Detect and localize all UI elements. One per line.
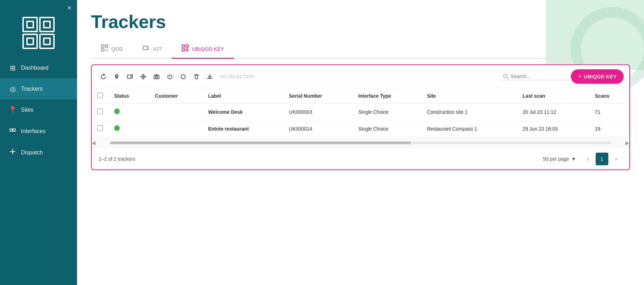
prev-page-button[interactable]: ‹ xyxy=(582,153,594,165)
tab-ubiqod-key-label: UBIQOD KEY xyxy=(192,46,224,52)
cell-interface-0: Single Choice xyxy=(353,104,421,120)
table-container: NO SELECTION + UBIQOD KEY Status xyxy=(91,64,630,170)
sidebar-item-trackers-label: Trackers xyxy=(21,86,43,92)
logo-cell-inner-4 xyxy=(43,37,51,45)
assign-button[interactable] xyxy=(124,71,136,82)
camera-button[interactable] xyxy=(151,71,162,82)
sidebar: × ⊞ Dashboard ◎ Trackers 📍 Sites Interfa… xyxy=(0,0,77,285)
next-page-button[interactable]: › xyxy=(610,153,622,165)
add-button-label: UBIQOD KEY xyxy=(584,74,617,79)
logo-cell-2 xyxy=(39,17,55,32)
col-header-last-scan: Last scan xyxy=(517,88,589,104)
sidebar-item-interfaces[interactable]: Interfaces xyxy=(0,120,77,142)
col-header-site: Site xyxy=(421,88,517,104)
col-header-serial: Serial Number xyxy=(283,88,353,104)
delete-button[interactable] xyxy=(191,71,202,82)
per-page-label: 50 per page xyxy=(543,156,569,162)
cell-site-0: Construction site 1 xyxy=(421,104,517,120)
svg-rect-20 xyxy=(182,49,185,51)
svg-rect-1 xyxy=(13,129,15,131)
logo-cell-3 xyxy=(22,34,38,49)
svg-rect-12 xyxy=(107,49,108,50)
cell-last-scan-1: 29 Jun 23 16:03 xyxy=(517,120,589,137)
location-button[interactable] xyxy=(111,71,123,82)
table-row: Entrée restaurant UK000014 Single Choice… xyxy=(92,120,629,137)
sidebar-item-trackers[interactable]: ◎ Trackers xyxy=(0,78,77,99)
add-ubiqod-key-button[interactable]: + UBIQOD KEY xyxy=(571,69,624,84)
cell-customer-1 xyxy=(150,120,203,137)
main-area: Trackers QOD IOT UBIQOD KEY xyxy=(77,0,644,285)
cell-label-0: Welcome Desk xyxy=(202,104,283,120)
select-all-checkbox[interactable] xyxy=(97,92,103,98)
tab-qod[interactable]: QOD xyxy=(91,41,133,59)
cell-last-scan-0: 20 Jul 23 11:12 xyxy=(517,104,589,120)
dashboard-icon: ⊞ xyxy=(8,64,17,72)
cell-serial-0: UK000003 xyxy=(283,104,353,120)
sidebar-item-dashboard[interactable]: ⊞ Dashboard xyxy=(0,57,77,78)
cell-serial-1: UK000014 xyxy=(283,120,353,137)
cell-scans-1: 19 xyxy=(589,120,629,137)
row-checkbox-1[interactable] xyxy=(97,125,103,131)
svg-rect-13 xyxy=(106,50,106,51)
sidebar-item-sites[interactable]: 📍 Sites xyxy=(0,99,77,120)
add-icon: + xyxy=(578,73,582,80)
power-button[interactable] xyxy=(164,71,176,82)
scroll-left-button[interactable]: ◀ xyxy=(92,140,96,146)
cell-scans-0: 71 xyxy=(589,104,629,120)
svg-rect-18 xyxy=(182,45,185,47)
tab-ubiqod-key[interactable]: UBIQOD KEY xyxy=(172,41,234,59)
tab-qod-label: QOD xyxy=(111,46,123,52)
search-icon xyxy=(503,74,508,79)
sidebar-item-dispatch[interactable]: Dispatch xyxy=(0,142,77,163)
tab-iot-label: IOT xyxy=(153,46,162,52)
tab-iot[interactable]: IOT xyxy=(133,41,172,59)
table-scroll-area[interactable]: Status Customer Label Serial Number Inte… xyxy=(92,88,629,137)
sidebar-item-interfaces-label: Interfaces xyxy=(21,128,46,134)
svg-point-24 xyxy=(155,76,158,78)
toolbar: NO SELECTION + UBIQOD KEY xyxy=(92,65,629,88)
row-checkbox-0[interactable] xyxy=(97,109,103,114)
col-header-label: Label xyxy=(202,88,283,104)
per-page-selector: 50 per page ▼ xyxy=(543,156,576,162)
table-row: Welcome Desk UK000003 Single Choice Cons… xyxy=(92,104,629,120)
col-header-interface: Interface Type xyxy=(353,88,421,104)
svg-rect-14 xyxy=(107,50,108,51)
page-1-button[interactable]: 1 xyxy=(596,153,608,165)
col-header-status: Status xyxy=(109,88,150,104)
refresh-button[interactable] xyxy=(97,71,109,82)
page-title: Trackers xyxy=(91,13,630,31)
col-header-scans: Scans xyxy=(589,88,629,104)
logo-cell-inner-2 xyxy=(43,21,51,28)
pagination-buttons: ‹ 1 › xyxy=(582,153,622,165)
logo-cell-inner-1 xyxy=(26,21,34,28)
pagination-summary: 1–2 of 2 trackers xyxy=(99,156,135,162)
close-sidebar-button[interactable]: × xyxy=(67,4,71,11)
download-button[interactable] xyxy=(204,71,216,82)
svg-rect-9 xyxy=(105,45,108,47)
col-header-customer: Customer xyxy=(150,88,203,104)
svg-rect-23 xyxy=(127,75,131,78)
per-page-chevron[interactable]: ▼ xyxy=(571,156,576,162)
svg-rect-19 xyxy=(186,45,188,47)
status-dot-1 xyxy=(114,125,120,131)
svg-point-21 xyxy=(186,49,188,51)
circle-button[interactable] xyxy=(177,71,189,82)
cell-label-1: Entrée restaurant xyxy=(202,120,283,137)
svg-rect-15 xyxy=(143,46,147,50)
search-input[interactable] xyxy=(511,74,567,79)
logo-cell-1 xyxy=(22,17,38,32)
qod-icon xyxy=(101,44,109,54)
sidebar-item-dashboard-label: Dashboard xyxy=(21,65,48,71)
pagination-row: 1–2 of 2 trackers 50 per page ▼ ‹ 1 › xyxy=(92,148,629,169)
sidebar-nav: ⊞ Dashboard ◎ Trackers 📍 Sites Interface… xyxy=(0,57,77,285)
svg-point-3 xyxy=(12,151,14,153)
scrollbar-thumb[interactable] xyxy=(110,141,411,144)
scroll-right-button[interactable]: ▶ xyxy=(625,140,629,146)
move-button[interactable] xyxy=(137,71,149,82)
sites-icon: 📍 xyxy=(8,106,17,114)
sidebar-close-area: × xyxy=(0,0,77,11)
dispatch-icon xyxy=(8,148,17,157)
scrollbar-container: ◀ ▶ xyxy=(92,139,629,147)
logo-grid xyxy=(22,17,55,49)
no-selection-label: NO SELECTION xyxy=(220,74,499,79)
